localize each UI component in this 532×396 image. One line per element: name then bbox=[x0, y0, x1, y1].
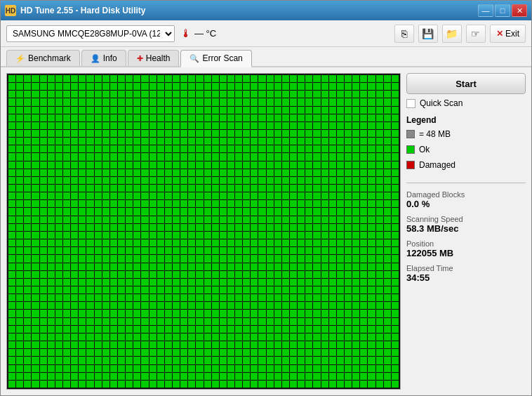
grid-cell bbox=[180, 161, 187, 169]
tab-benchmark[interactable]: ⚡ Benchmark bbox=[6, 50, 80, 66]
grid-cell bbox=[157, 310, 164, 317]
grid-cell bbox=[118, 247, 125, 254]
grid-cell bbox=[8, 247, 15, 254]
grid-cell bbox=[32, 255, 39, 262]
grid-cell bbox=[55, 247, 62, 254]
grid-cell bbox=[157, 294, 164, 301]
grid-cell bbox=[305, 381, 312, 388]
grid-cell bbox=[118, 232, 125, 239]
grid-cell bbox=[102, 326, 109, 333]
info-icon: 👤 bbox=[91, 54, 100, 63]
grid-cell bbox=[188, 239, 195, 246]
grid-cell bbox=[352, 318, 359, 325]
grid-cell bbox=[352, 107, 359, 114]
grid-cell bbox=[376, 341, 383, 348]
grid-cell bbox=[149, 177, 157, 184]
grid-cell bbox=[63, 153, 70, 160]
grid-cell bbox=[157, 334, 164, 341]
grid-cell bbox=[141, 239, 148, 246]
grid-cell bbox=[48, 381, 55, 388]
grid-cell bbox=[95, 114, 102, 121]
grid-cell bbox=[157, 239, 164, 246]
grid-cell bbox=[118, 107, 125, 114]
grid-cell bbox=[55, 91, 62, 98]
grid-cell bbox=[220, 153, 227, 160]
help-icon[interactable]: ☞ bbox=[466, 25, 486, 43]
grid-cell bbox=[313, 114, 320, 121]
grid-cell bbox=[329, 185, 336, 192]
tab-info[interactable]: 👤 Info bbox=[81, 50, 126, 66]
grid-cell bbox=[118, 192, 125, 199]
grid-cell bbox=[110, 263, 117, 270]
grid-cell bbox=[165, 224, 172, 231]
grid-cell bbox=[258, 263, 265, 270]
grid-cell bbox=[173, 279, 180, 286]
grid-cell bbox=[368, 208, 375, 215]
grid-cell bbox=[251, 216, 258, 223]
grid-cell bbox=[165, 279, 172, 286]
grid-cell bbox=[313, 310, 320, 317]
grid-cell bbox=[79, 349, 86, 356]
tab-error-scan-label: Error Scan bbox=[202, 53, 242, 63]
grid-cell bbox=[157, 200, 164, 207]
grid-cell bbox=[110, 138, 117, 145]
tab-error-scan[interactable]: 🔍 Error Scan bbox=[180, 50, 251, 67]
grid-cell bbox=[258, 91, 265, 98]
grid-cell bbox=[251, 177, 258, 184]
grid-cell bbox=[384, 263, 391, 270]
grid-cell bbox=[298, 216, 305, 223]
grid-cell bbox=[251, 145, 258, 152]
grid-cell bbox=[368, 286, 375, 293]
grid-cell bbox=[86, 138, 93, 145]
grid-cell bbox=[86, 279, 93, 286]
grid-cell bbox=[79, 357, 86, 364]
grid-cell bbox=[48, 232, 55, 239]
grid-cell bbox=[352, 192, 359, 199]
grid-cell bbox=[102, 169, 109, 176]
grid-cell bbox=[63, 381, 70, 388]
drive-select[interactable]: SAMSUNG MMCQE28G8MUP-0VA (128 GB) bbox=[6, 25, 175, 42]
grid-cell bbox=[298, 326, 305, 333]
grid-cell bbox=[110, 271, 117, 278]
grid-cell bbox=[298, 200, 305, 207]
save-icon[interactable]: 💾 bbox=[418, 25, 438, 43]
grid-cell bbox=[345, 122, 352, 129]
grid-cell bbox=[110, 286, 117, 293]
exit-button[interactable]: ✕ Exit bbox=[490, 25, 526, 43]
grid-cell bbox=[188, 114, 195, 121]
copy-icon[interactable]: ⎘ bbox=[394, 25, 414, 43]
start-button[interactable]: Start bbox=[406, 73, 526, 94]
grid-cell bbox=[235, 341, 242, 348]
grid-cell bbox=[227, 365, 234, 372]
grid-cell bbox=[16, 107, 23, 114]
grid-cell bbox=[133, 357, 140, 364]
grid-cell bbox=[298, 208, 305, 215]
grid-cell bbox=[180, 177, 187, 184]
quick-scan-checkbox[interactable] bbox=[406, 99, 415, 108]
grid-cell bbox=[321, 381, 328, 388]
grid-cell bbox=[392, 122, 399, 129]
maximize-button[interactable]: □ bbox=[495, 4, 510, 17]
grid-cell bbox=[196, 263, 203, 270]
grid-cell bbox=[95, 239, 102, 246]
grid-cell bbox=[63, 365, 70, 372]
grid-cell bbox=[118, 294, 125, 301]
minimize-button[interactable]: — bbox=[478, 4, 493, 17]
grid-cell bbox=[63, 177, 70, 184]
grid-cell bbox=[55, 114, 62, 121]
grid-cell bbox=[345, 294, 352, 301]
close-button[interactable]: ✕ bbox=[512, 4, 527, 17]
grid-cell bbox=[243, 294, 250, 301]
grid-cell bbox=[313, 239, 320, 246]
grid-cell bbox=[149, 232, 157, 239]
grid-cell bbox=[157, 130, 164, 137]
tab-health[interactable]: ✚ Health bbox=[128, 50, 180, 66]
folder-icon[interactable]: 📁 bbox=[442, 25, 462, 43]
grid-cell bbox=[79, 365, 86, 372]
grid-cell bbox=[149, 263, 157, 270]
grid-cell bbox=[282, 349, 289, 356]
grid-cell bbox=[32, 98, 39, 105]
grid-cell bbox=[305, 208, 312, 215]
grid-cell bbox=[360, 161, 367, 169]
grid-cell bbox=[55, 192, 62, 199]
